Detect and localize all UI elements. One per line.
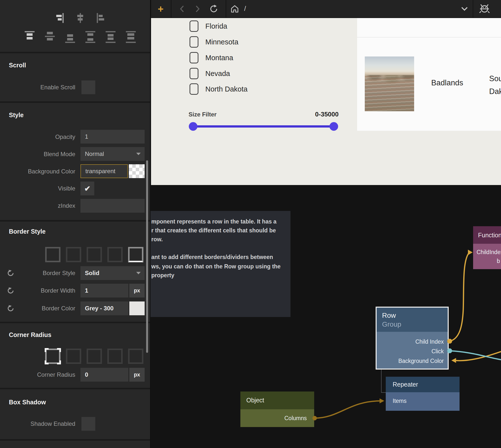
zindex-input[interactable] — [80, 199, 145, 213]
tooltip-line: ws, you can do that on the Row group usi… — [151, 262, 289, 271]
border-color-input[interactable]: Grey - 300 — [80, 301, 128, 315]
border-color-label: Border Color — [0, 305, 75, 312]
align-center-vertical-icon[interactable] — [45, 31, 55, 43]
node-repeater-title: Repeater — [393, 381, 418, 388]
slider-handle-min[interactable] — [189, 122, 197, 131]
port-background-color[interactable]: Background Color — [398, 358, 444, 364]
check-icon: ✔ — [84, 184, 90, 193]
list-item: Montana — [190, 52, 233, 64]
add-button[interactable]: + — [152, 0, 170, 18]
node-object-title: Object — [246, 397, 264, 404]
corner-radius-label: Corner Radius — [0, 371, 75, 378]
forward-button[interactable] — [192, 0, 203, 18]
background-color-input[interactable]: transparent — [80, 164, 128, 178]
refresh-button[interactable] — [207, 0, 220, 18]
minnesota-checkbox[interactable] — [190, 36, 198, 48]
node-row-group-title: Row — [382, 312, 396, 319]
corner-radius-section-title: Corner Radius — [9, 331, 51, 338]
border-width-unit[interactable]: px — [129, 284, 145, 298]
connection-childindex-to-function — [450, 254, 468, 341]
port-child-index[interactable]: Child Index — [415, 338, 444, 345]
blend-mode-value: Normal — [85, 150, 104, 157]
back-button[interactable] — [177, 0, 188, 18]
park-state-line1: Sou — [489, 72, 501, 85]
border-color-swatch[interactable] — [129, 301, 145, 315]
bug-icon — [479, 3, 490, 14]
divider — [0, 388, 150, 389]
chevron-down-icon — [136, 153, 141, 155]
tooltip-line: property — [151, 271, 289, 280]
border-side-bottom-button[interactable] — [128, 247, 143, 262]
debug-button[interactable] — [476, 0, 493, 18]
enable-scroll-label: Enable Scroll — [0, 84, 75, 91]
hierarchy-connector — [381, 392, 386, 393]
preview-pane: + / — [151, 0, 501, 185]
corner-tick — [57, 360, 61, 364]
url-path[interactable]: / — [241, 0, 249, 18]
stretch-icon[interactable] — [126, 31, 136, 43]
opacity-label: Opacity — [0, 133, 75, 140]
arrowhead-icon — [468, 250, 473, 255]
border-width-input[interactable]: 1 — [80, 284, 128, 298]
list-item: Nevada — [190, 68, 230, 79]
space-between-icon[interactable] — [85, 31, 95, 43]
checkbox-label: Montana — [205, 54, 233, 62]
border-style-select[interactable]: Solid — [80, 266, 145, 280]
north-dakota-checkbox[interactable] — [190, 83, 198, 95]
florida-checkbox[interactable] — [190, 20, 198, 32]
border-side-all-button[interactable] — [45, 247, 60, 262]
corner-bottom-left-button[interactable] — [128, 349, 143, 364]
size-filter-slider[interactable] — [193, 125, 334, 128]
align-top-icon[interactable] — [25, 31, 35, 43]
app-window: Scroll Enable Scroll Style Opacity 1 Ble… — [0, 0, 501, 448]
enable-scroll-checkbox[interactable] — [81, 80, 95, 94]
port-childindex[interactable]: ChildIndex — [477, 249, 501, 256]
port-columns[interactable]: Columns — [284, 415, 307, 422]
background-color-swatch[interactable] — [129, 164, 145, 178]
home-button[interactable] — [229, 0, 240, 18]
montana-checkbox[interactable] — [190, 52, 198, 63]
border-side-top-button[interactable] — [87, 247, 102, 262]
node-function[interactable]: Function ChildIndex b — [473, 226, 501, 269]
justify-start-icon[interactable] — [97, 13, 105, 23]
home-icon — [231, 5, 239, 13]
corner-top-right-button[interactable] — [87, 349, 102, 364]
border-side-right-button[interactable] — [107, 247, 123, 262]
nevada-checkbox[interactable] — [190, 68, 198, 79]
divider — [0, 439, 150, 441]
border-side-left-button[interactable] — [66, 247, 81, 262]
viewport-dropdown[interactable] — [459, 0, 470, 18]
slider-handle-max[interactable] — [329, 122, 338, 131]
corner-radius-unit[interactable]: px — [129, 368, 145, 382]
port-items[interactable]: Items — [393, 398, 406, 404]
node-row-group[interactable]: Row Group Child Index Click Background C… — [376, 307, 449, 370]
corner-tick — [45, 360, 49, 364]
border-style-section-title: Border Style — [9, 228, 46, 235]
justify-end-icon[interactable] — [56, 13, 64, 23]
blend-mode-label: Blend Mode — [0, 151, 75, 158]
port-click[interactable]: Click — [431, 348, 444, 355]
divider — [0, 322, 150, 323]
align-bottom-icon[interactable] — [65, 31, 75, 43]
opacity-input[interactable]: 1 — [80, 130, 145, 144]
visible-checkbox[interactable]: ✔ — [80, 182, 94, 195]
corner-all-button[interactable] — [45, 349, 60, 364]
justify-center-icon[interactable] — [77, 13, 84, 23]
corner-radius-input[interactable]: 0 — [80, 368, 128, 382]
corner-bottom-right-button[interactable] — [107, 349, 123, 364]
park-name: Badlands — [424, 78, 471, 87]
node-repeater[interactable]: Repeater Items — [386, 377, 460, 411]
sidebar-scrollbar[interactable] — [146, 160, 148, 353]
shadow-enabled-checkbox[interactable] — [81, 417, 95, 431]
arrowhead-icon — [380, 398, 384, 403]
space-around-icon[interactable] — [106, 31, 116, 43]
checkbox-label: Nevada — [205, 70, 230, 78]
tooltip-line — [151, 244, 289, 253]
node-object[interactable]: Object Columns — [240, 392, 314, 427]
connection-click-out — [450, 351, 501, 360]
port-b[interactable]: b — [497, 258, 500, 264]
tooltip-line: mponent represents a row in the table. I… — [151, 217, 289, 226]
node-graph-canvas[interactable]: mponent represents a row in the table. I… — [151, 185, 501, 448]
blend-mode-select[interactable]: Normal — [80, 147, 145, 161]
corner-top-left-button[interactable] — [66, 349, 81, 364]
